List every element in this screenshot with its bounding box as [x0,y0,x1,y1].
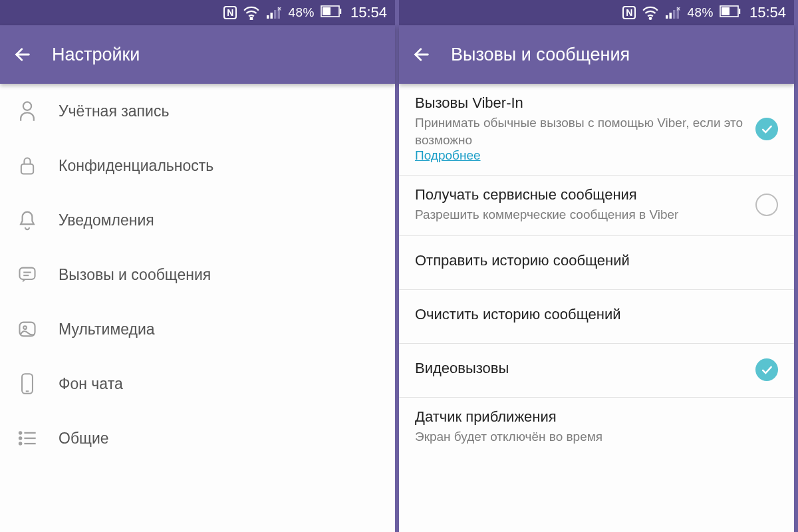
svg-text:×: × [277,6,281,13]
page-title: Вызовы и сообщения [451,45,630,65]
wifi-icon [642,5,659,20]
svg-rect-27 [673,10,676,19]
svg-rect-7 [323,7,331,15]
svg-rect-8 [340,9,341,14]
status-bar: N × 48% 15:54 [0,0,395,25]
back-button[interactable] [12,44,33,65]
option-title: Видеовызовы [415,354,743,382]
option-send-history[interactable]: Отправить историю сообщений [399,236,794,290]
checkbox-on-icon[interactable] [755,118,778,140]
svg-point-24 [650,17,652,19]
checkbox-on-icon[interactable] [755,358,778,381]
battery-percent: 48% [288,5,315,20]
option-title: Получать сервисные сообщения [415,186,743,203]
settings-screen: N × 48% 15:54 Настройки Учётная запись [0,0,399,532]
settings-item-label: Конфиденциальность [59,157,213,175]
option-title: Отправить историю сообщений [415,247,778,275]
clock: 15:54 [350,4,387,21]
back-button[interactable] [411,44,432,65]
battery-icon [321,5,342,21]
settings-item-account[interactable]: Учётная запись [0,84,395,138]
option-video-calls[interactable]: Видеовызовы [399,344,794,398]
app-bar: Настройки [0,25,395,84]
svg-rect-14 [19,323,35,336]
status-bar: N × 48% 15:54 [399,0,794,25]
settings-item-privacy[interactable]: Конфиденциальность [0,138,395,193]
clock: 15:54 [749,4,786,21]
phone-frame-icon [16,372,39,395]
battery-percent: 48% [687,5,714,20]
settings-item-label: Общие [59,430,109,448]
nfc-icon: N [223,6,237,19]
svg-point-20 [19,437,21,439]
settings-item-label: Вызовы и сообщения [59,266,211,284]
svg-rect-26 [670,13,672,19]
option-subtitle: Разрешить коммерческие сообщения в Viber [415,206,743,223]
option-title: Датчик приближения [415,408,778,426]
wifi-icon [243,5,260,20]
option-subtitle: Экран будет отключён во время [415,428,778,446]
option-service-messages[interactable]: Получать сервисные сообщения Разрешить к… [399,176,794,236]
app-bar: Вызовы и сообщения [399,25,794,84]
svg-rect-31 [722,7,730,15]
settings-item-general[interactable]: Общие [0,411,395,466]
bell-icon [16,209,39,231]
nfc-icon: N [622,6,636,19]
svg-rect-11 [19,268,35,279]
chat-icon [16,263,39,286]
list-icon [16,427,39,450]
svg-rect-25 [666,15,668,19]
option-title: Вызовы Viber-In [415,94,743,112]
svg-point-22 [19,442,21,444]
svg-point-9 [23,102,31,110]
checkbox-off-icon[interactable] [755,194,778,216]
svg-text:×: × [676,6,680,13]
option-viber-in[interactable]: Вызовы Viber-In Принимать обычные вызовы… [399,84,794,176]
svg-rect-10 [21,164,33,174]
svg-rect-1 [267,15,269,19]
svg-rect-3 [274,10,277,19]
settings-list: Учётная запись Конфиденциальность Уведом… [0,84,395,532]
settings-item-media[interactable]: Мультимедиа [0,302,395,356]
signal-icon: × [266,6,282,19]
settings-item-label: Уведомления [59,211,154,229]
settings-item-notifications[interactable]: Уведомления [0,193,395,247]
page-title: Настройки [52,45,140,65]
option-proximity-sensor[interactable]: Датчик приближения Экран будет отключён … [399,398,794,458]
settings-item-calls-messages[interactable]: Вызовы и сообщения [0,247,395,302]
settings-item-label: Учётная запись [59,102,169,120]
settings-item-chat-background[interactable]: Фон чата [0,356,395,411]
person-icon [16,100,39,122]
lock-icon [16,154,39,177]
option-subtitle: Принимать обычные вызовы с помощью Viber… [415,114,743,148]
svg-rect-2 [271,13,273,19]
option-clear-history[interactable]: Очистить историю сообщений [399,290,794,344]
battery-icon [720,5,741,21]
settings-item-label: Мультимедиа [59,321,155,338]
svg-point-15 [23,326,27,329]
option-title: Очистить историю сообщений [415,301,778,329]
svg-rect-32 [739,9,740,14]
learn-more-link[interactable]: Подробнее [415,148,481,162]
options-list: Вызовы Viber-In Принимать обычные вызовы… [399,84,794,532]
settings-item-label: Фон чата [59,375,123,393]
calls-messages-screen: N × 48% 15:54 Вызовы и сообщения Вызовы … [399,0,798,532]
signal-icon: × [665,6,681,19]
svg-point-18 [19,432,21,434]
image-icon [16,318,39,340]
